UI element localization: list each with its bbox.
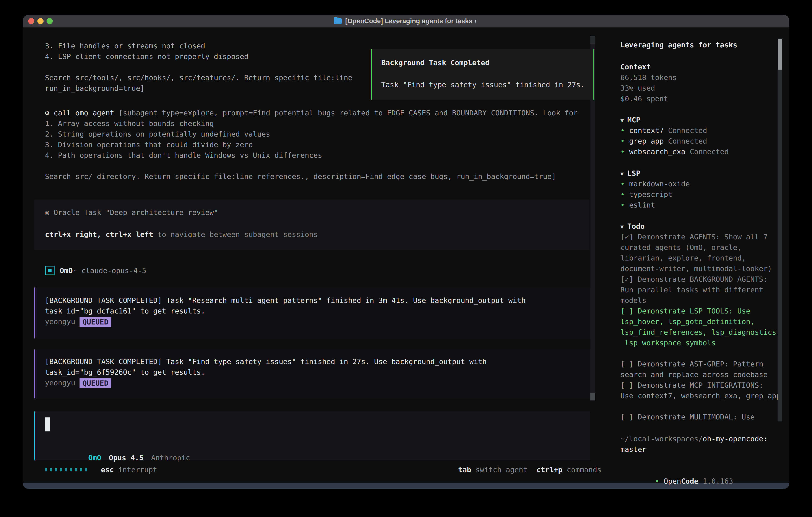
- sidebar-scrollbar[interactable]: [778, 38, 782, 421]
- task-message-line1: [BACKGROUND TASK COMPLETED] Task "Find t…: [45, 356, 487, 367]
- todo-line: [620, 348, 781, 359]
- app-name-regular: Open: [664, 477, 681, 485]
- tool-call-items: 1. Array access without bounds checking2…: [45, 118, 578, 161]
- blank-line: [45, 161, 578, 171]
- esc-key-label: [114, 464, 118, 475]
- terminal-line: run_in_background=true]: [45, 83, 352, 93]
- close-button[interactable]: [28, 18, 34, 24]
- screen: { "window": { "title": "[OpenCode] Lever…: [0, 0, 812, 517]
- todo-line: curated agents (OmO, oracle,: [620, 242, 781, 253]
- status-badge: QUEUED: [80, 317, 111, 327]
- todo-line: search and replace across codebase: [620, 369, 781, 380]
- scrollbar-thumb[interactable]: [778, 38, 782, 70]
- context-section: Context 66,518 tokens33% used$0.46 spent: [620, 61, 677, 104]
- todo-line: [✓] Demonstrate BACKGROUND AGENTS:: [620, 274, 781, 284]
- mcp-item: •context7 Connected: [620, 125, 729, 136]
- app-version: 1.0.163: [698, 477, 733, 485]
- todo-heading-row[interactable]: ▼Todo: [620, 221, 781, 232]
- spacer: [471, 464, 475, 475]
- sidebar: Leveraging agents for tasks Context 66,5…: [611, 28, 789, 483]
- queued-task-card: [BACKGROUND TASK COMPLETED] Task "Find t…: [34, 350, 590, 399]
- main-pane: 3. File handles or streams not closed4. …: [23, 28, 611, 483]
- todo-line: [ ] Demonstrate LSP TOOLS: Use: [620, 306, 781, 316]
- status-dot-icon: •: [620, 201, 625, 209]
- workspace-path-line: ~/local-workspaces/oh-my-opencode:: [620, 433, 767, 444]
- agent-model: · claude-opus-4-5: [73, 267, 146, 275]
- zoom-button[interactable]: [47, 18, 53, 24]
- todo-line: [ ] Demonstrate MULTIMODAL: Use: [620, 412, 781, 422]
- esc-label: interrupt: [118, 464, 157, 475]
- lsp-item: •eslint: [620, 200, 690, 210]
- status-badge: QUEUED: [80, 378, 111, 388]
- terminal-line: 4. LSP client connections not properly d…: [45, 51, 352, 62]
- lsp-name: markdown-oxide: [629, 180, 690, 188]
- agent-session-header[interactable]: OmO · claude-opus-4-5: [45, 265, 146, 276]
- lsp-heading: LSP: [628, 169, 640, 177]
- terminal-line: 1. Array access without bounds checking: [45, 118, 578, 129]
- tool-call-header: ⚙ call_omo_agent [subagent_type=explore,…: [45, 108, 578, 118]
- mcp-status: Connected: [668, 126, 707, 135]
- mcp-item: •grep_app Connected: [620, 136, 729, 146]
- oracle-task-panel: ◉ Oracle Task "Deep architecture review"…: [34, 199, 589, 250]
- todo-line: models: [620, 295, 781, 306]
- status-dot-icon: •: [620, 190, 625, 198]
- spacer: [562, 464, 567, 475]
- app-name-bold: Code: [681, 477, 698, 485]
- terminal-line: 3. Division operations that could divide…: [45, 139, 578, 150]
- status-dot-icon: •: [620, 147, 625, 156]
- status-dot-icon: •: [620, 180, 625, 188]
- tool-call-block: ⚙ call_omo_agent [subagent_type=explore,…: [45, 108, 578, 182]
- input-provider: Anthropic: [151, 454, 190, 462]
- input-model: Opus 4.5: [109, 454, 143, 462]
- spacer: [664, 126, 668, 135]
- path-prefix: ~/local-workspaces/: [620, 435, 703, 443]
- minimize-button[interactable]: [37, 18, 44, 24]
- mcp-name: context7: [629, 126, 664, 135]
- agent-name: OmO: [60, 267, 73, 275]
- task-message-line2: task_id="bg_dcfac161" to get results.: [45, 306, 205, 316]
- lsp-section: ▼LSP •markdown-oxide •typescript •eslint: [620, 168, 690, 210]
- tool-call-args: [subagent_type=explore, prompt=Find pote…: [118, 109, 577, 117]
- folder-icon: [334, 19, 342, 24]
- task-message-line2: task_id="bg_6f59260c" to get results.: [45, 367, 205, 377]
- mcp-heading-row[interactable]: ▼MCP: [620, 114, 729, 125]
- input-agent-name: OmO: [88, 454, 101, 462]
- context-stat: 66,518 tokens: [620, 72, 677, 83]
- todo-heading: Todo: [628, 222, 645, 230]
- esc-key-hint: esc: [101, 464, 114, 475]
- opencode-window: [OpenCode] Leveraging agents for tasks ◐…: [23, 15, 789, 489]
- mcp-item: •websearch_exa Connected: [620, 146, 729, 157]
- transcript-intro: 3. File handles or streams not closed4. …: [45, 40, 352, 93]
- scrollbar-thumb[interactable]: [590, 36, 595, 44]
- tab-key-hint: tab: [458, 464, 471, 475]
- todo-list: [✓] Demonstrate AGENTS: Show all 7curate…: [620, 232, 781, 422]
- task-user: yeongyu: [45, 318, 80, 326]
- omo-agent-icon: [45, 266, 55, 275]
- task-user: yeongyu: [45, 379, 80, 387]
- status-dot-icon: •: [620, 137, 625, 145]
- lsp-heading-row[interactable]: ▼LSP: [620, 168, 690, 179]
- scrollbar-thumb[interactable]: [590, 393, 595, 401]
- session-title: Leveraging agents for tasks: [620, 39, 737, 50]
- task-meta-line: yeongyu QUEUED: [45, 316, 111, 327]
- ctrlp-key-hint: ctrl+p: [536, 464, 562, 475]
- workspace-path: ~/local-workspaces/oh-my-opencode: maste…: [620, 433, 767, 455]
- shortcut-keys: ctrl+x right, ctrl+x left: [45, 230, 153, 239]
- titlebar: [OpenCode] Leveraging agents for tasks ◐: [23, 15, 789, 28]
- oracle-task-line: ◉ Oracle Task "Deep architecture review": [45, 207, 218, 218]
- todo-line: librarian, explore, frontend,: [620, 253, 781, 263]
- todo-line: [620, 401, 781, 412]
- task-message-line1: [BACKGROUND TASK COMPLETED] Task "Resear…: [45, 295, 526, 306]
- mcp-section: ▼MCP •context7 Connected •grep_app Conne…: [620, 114, 729, 157]
- terminal-line: 2. String operations on potentially unde…: [45, 129, 578, 139]
- todo-line: [✓] Demonstrate AGENTS: Show all 7: [620, 232, 781, 242]
- toast-body: Task "Find type safety issues" finished …: [381, 79, 585, 90]
- terminal-body: 3. File handles or streams not closed4. …: [23, 28, 789, 483]
- spacer: [664, 137, 668, 145]
- mcp-name: websearch_exa: [629, 147, 686, 156]
- prompt-input[interactable]: OmOOpus 4.5Anthropic: [34, 411, 590, 460]
- mcp-status: Connected: [668, 137, 707, 145]
- status-dot-icon: •: [620, 126, 625, 135]
- context-stat: $0.46 spent: [620, 93, 677, 104]
- todo-line: lsp_hover, lsp_goto_definition,: [620, 316, 781, 327]
